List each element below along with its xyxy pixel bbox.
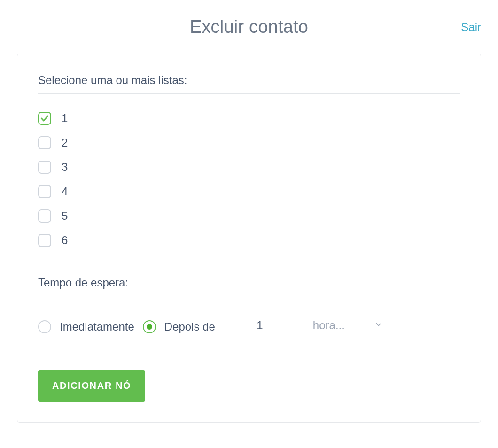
radio-immediate-label: Imediatamente [60, 320, 134, 333]
exit-link[interactable]: Sair [461, 21, 481, 34]
list-item-label: 4 [62, 185, 68, 198]
form-card: Selecione uma ou mais listas: 1234567 Te… [17, 54, 481, 423]
wait-unit-select[interactable]: hora... [310, 316, 385, 337]
list-checkbox[interactable] [38, 112, 51, 125]
add-node-button[interactable]: Adicionar nó [38, 370, 145, 402]
radio-after-label: Depois de [164, 320, 215, 333]
list-item: 1 [38, 106, 460, 131]
chevron-down-icon [374, 320, 383, 331]
list-checkbox[interactable] [38, 161, 51, 174]
list-item: 2 [38, 131, 460, 155]
list-item-label: 2 [62, 136, 68, 149]
list-item: 4 [38, 179, 460, 204]
modal-header: Excluir contato Sair [17, 17, 481, 40]
list-item-label: 1 [62, 112, 68, 125]
page-title: Excluir contato [190, 17, 308, 37]
radio-immediate[interactable] [38, 320, 51, 333]
radio-after[interactable] [143, 320, 156, 333]
list-checkbox[interactable] [38, 185, 51, 198]
list-checkbox[interactable] [38, 136, 51, 149]
wait-heading: Tempo de espera: [38, 276, 460, 289]
wait-unit-display: hora... [313, 319, 345, 332]
list-item: 5 [38, 204, 460, 228]
list-item-label: 5 [62, 209, 68, 223]
page-root: Excluir contato Sair Selecione uma ou ma… [0, 0, 498, 448]
list-item-label: 6 [62, 234, 68, 247]
list-item: 7 [38, 253, 460, 258]
list-item: 3 [38, 155, 460, 179]
divider [38, 296, 460, 296]
list-item: 6 [38, 228, 460, 253]
list-checkbox[interactable] [38, 234, 51, 247]
divider [38, 93, 460, 94]
lists-container: 1234567 [38, 106, 460, 258]
list-item-label: 3 [62, 161, 68, 174]
wait-quantity-input[interactable] [229, 316, 290, 337]
list-checkbox[interactable] [38, 209, 51, 223]
lists-heading: Selecione uma ou mais listas: [38, 74, 460, 87]
wait-options-row: Imediatamente Depois de hora... [38, 316, 460, 337]
